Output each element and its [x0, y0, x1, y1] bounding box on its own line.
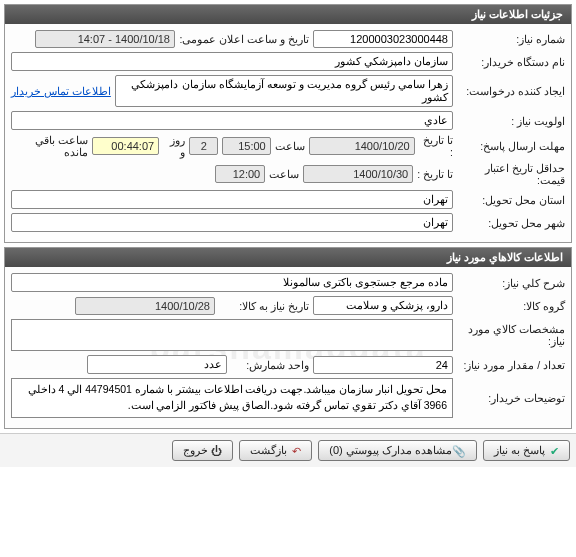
- row-buyer-notes: توضیحات خریدار: محل تحویل انبار سازمان م…: [11, 378, 565, 418]
- pv-time-label: ساعت: [269, 168, 299, 180]
- deadline-date-field: 1400/10/20: [309, 137, 415, 155]
- row-creator: ایجاد کننده درخواست: زهرا سامي رئیس گروه…: [11, 75, 565, 107]
- exit-icon: ⏻: [212, 445, 222, 455]
- days-remaining-label: روز و: [163, 134, 185, 158]
- need-by-date-label: تاریخ نیاز به کالا:: [219, 300, 309, 312]
- time-remaining-field: 00:44:07: [92, 137, 160, 155]
- deadline-time-label: ساعت: [275, 140, 305, 152]
- row-deadline: مهلت ارسال پاسخ: تا تاریخ : 1400/10/20 س…: [11, 134, 565, 158]
- qty-label: تعداد / مقدار مورد نیاز:: [457, 359, 565, 371]
- priority-field[interactable]: عادي: [11, 111, 453, 130]
- goods-info-panel: اطلاعات کالاهاي مورد نیاز parsnamaddata …: [4, 247, 572, 429]
- delivery-province-field[interactable]: تهران: [11, 190, 453, 209]
- need-desc-field[interactable]: ماده مرجع جستجوی باکتری سالمونلا: [11, 273, 453, 292]
- goods-info-header: اطلاعات کالاهاي مورد نیاز: [5, 248, 571, 267]
- row-delivery-city: شهر محل تحویل: تهران: [11, 213, 565, 232]
- delivery-province-label: استان محل تحویل:: [457, 194, 565, 206]
- buyer-contact-link[interactable]: اطلاعات تماس خریدار: [11, 85, 111, 97]
- back-button[interactable]: ↶ بازگشت: [239, 440, 312, 461]
- delivery-city-label: شهر محل تحویل:: [457, 217, 565, 229]
- goods-info-body: parsnamaddata شرح کلي نیاز: ماده مرجع جس…: [5, 267, 571, 428]
- back-button-label: بازگشت: [250, 444, 287, 457]
- paperclip-icon: 📎: [456, 445, 466, 455]
- reply-icon: ✔: [549, 445, 559, 455]
- back-icon: ↶: [291, 445, 301, 455]
- creator-label: ایجاد کننده درخواست:: [457, 85, 565, 97]
- reply-button-label: پاسخ به نیاز: [494, 444, 545, 457]
- exit-button[interactable]: ⏻ خروج: [172, 440, 233, 461]
- need-no-field[interactable]: 1200003023000448: [313, 30, 453, 48]
- need-details-body: شماره نیاز: 1200003023000448 تاریخ و ساع…: [5, 24, 571, 242]
- announce-label: تاریخ و ساعت اعلان عمومی:: [179, 33, 309, 45]
- time-remaining-label: ساعت باقي مانده: [11, 134, 88, 158]
- announce-field: 1400/10/18 - 14:07: [35, 30, 175, 48]
- unit-label: واحد شمارش:: [231, 359, 309, 371]
- spec-label: مشخصات کالاي مورد نیاز:: [457, 323, 565, 347]
- row-buyer-org: نام دستگاه خریدار: سازمان دامپزشکي کشور: [11, 52, 565, 71]
- need-details-panel: جزئیات اطلاعات نیاز شماره نیاز: 12000030…: [4, 4, 572, 243]
- goods-group-label: گروه کالا:: [457, 300, 565, 312]
- buyer-org-label: نام دستگاه خریدار:: [457, 56, 565, 68]
- reply-button[interactable]: ✔ پاسخ به نیاز: [483, 440, 570, 461]
- days-remaining-field: 2: [189, 137, 218, 155]
- buyer-notes-field[interactable]: محل تحویل انبار سازمان میباشد.جهت دریافت…: [11, 378, 453, 418]
- exit-button-label: خروج: [183, 444, 208, 457]
- attachments-button[interactable]: 📎 مشاهده مدارک پیوستي (0): [318, 440, 477, 461]
- need-desc-label: شرح کلي نیاز:: [457, 277, 565, 289]
- pv-to-date-label: تا تاریخ :: [417, 168, 453, 180]
- deadline-label: مهلت ارسال پاسخ:: [457, 140, 565, 152]
- to-date-label: تا تاریخ :: [419, 134, 453, 158]
- delivery-city-field[interactable]: تهران: [11, 213, 453, 232]
- price-validity-time-field: 12:00: [215, 165, 265, 183]
- buyer-org-field[interactable]: سازمان دامپزشکي کشور: [11, 52, 453, 71]
- row-price-validity: حداقل تاریخ اعتبار قیمت: تا تاریخ : 1400…: [11, 162, 565, 186]
- qty-field[interactable]: 24: [313, 356, 453, 374]
- row-priority: اولویت نیاز : عادي: [11, 111, 565, 130]
- row-need-desc: شرح کلي نیاز: ماده مرجع جستجوی باکتری سا…: [11, 273, 565, 292]
- need-by-date-field: 1400/10/28: [75, 297, 215, 315]
- creator-field[interactable]: زهرا سامي رئیس گروه مدیریت و توسعه آزمای…: [115, 75, 453, 107]
- row-qty: تعداد / مقدار مورد نیاز: 24 واحد شمارش: …: [11, 355, 565, 374]
- attachments-button-label: مشاهده مدارک پیوستي (0): [329, 444, 452, 457]
- unit-field[interactable]: عدد: [87, 355, 227, 374]
- deadline-time-field: 15:00: [222, 137, 270, 155]
- row-need-no: شماره نیاز: 1200003023000448 تاریخ و ساع…: [11, 30, 565, 48]
- need-no-label: شماره نیاز:: [457, 33, 565, 45]
- priority-label: اولویت نیاز :: [457, 115, 565, 127]
- row-spec: مشخصات کالاي مورد نیاز:: [11, 319, 565, 351]
- price-validity-date-field: 1400/10/30: [303, 165, 413, 183]
- row-goods-group: گروه کالا: دارو، پزشکي و سلامت تاریخ نیا…: [11, 296, 565, 315]
- buyer-notes-label: توضیحات خریدار:: [457, 392, 565, 404]
- spec-field[interactable]: [11, 319, 453, 351]
- need-details-header: جزئیات اطلاعات نیاز: [5, 5, 571, 24]
- price-validity-label: حداقل تاریخ اعتبار قیمت:: [457, 162, 565, 186]
- action-bar: ✔ پاسخ به نیاز 📎 مشاهده مدارک پیوستي (0)…: [0, 433, 576, 467]
- goods-group-field[interactable]: دارو، پزشکي و سلامت: [313, 296, 453, 315]
- row-delivery-province: استان محل تحویل: تهران: [11, 190, 565, 209]
